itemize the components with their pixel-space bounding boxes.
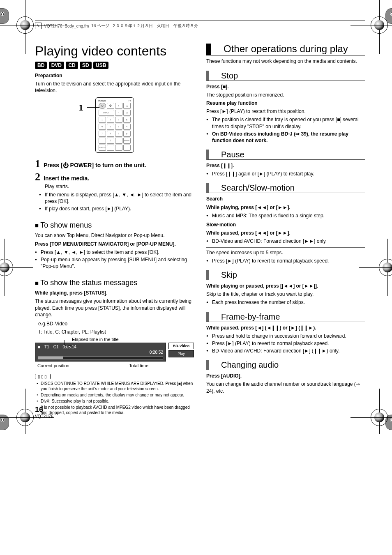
side-play: Play — [168, 350, 194, 357]
speed-text: The speed increases up to 5 steps. — [206, 249, 365, 256]
osd-stop-icon: ■ — [38, 345, 40, 349]
other-operations-intro: These functions may not work depending o… — [206, 58, 365, 64]
step-1: 1 Press [⏻ POWER] to turn on the unit. — [35, 159, 194, 169]
bullet: If play does not start, press [►] (PLAY)… — [45, 205, 194, 212]
frame-heading: Frame-by-frame — [206, 312, 365, 322]
page-title: Playing video contents — [35, 44, 194, 59]
page-number: 16 — [35, 405, 53, 414]
bullet: Press [►] (PLAY) to revert to normal pla… — [212, 258, 365, 264]
step-1-text: Press [⏻ POWER] to turn on the unit. — [44, 162, 146, 168]
stop-heading: Stop — [206, 71, 365, 81]
frame-bullets: Press and hold to change in succession f… — [206, 333, 365, 355]
pause-heading: Pause — [206, 150, 365, 160]
elapsed-callout: Elapsed time in the title — [72, 337, 119, 342]
tag-cd: CD — [66, 62, 78, 69]
pause-press: Press [❙❙]. — [206, 162, 365, 169]
divider — [206, 247, 365, 248]
registration-mark — [371, 409, 388, 426]
status-osd-panel: ■ T1 C1 0:05.14 0:20.52 — [35, 343, 166, 362]
framemaker-header: ✎ VQT2H76~Body_eng.fm 16 ページ ２００９年１２月８日 … — [35, 21, 365, 31]
step-2: 2 Insert the media. — [35, 172, 194, 182]
search-heading: Search/Slow-motion — [206, 183, 365, 193]
current-position-label: Current position — [37, 363, 69, 368]
step-2-number: 2 — [35, 172, 40, 182]
osd-chapter: C1 — [53, 345, 59, 349]
header-page: 16 ページ — [91, 23, 109, 29]
power-icon: ⏻ — [63, 162, 69, 168]
skip-desc: Skip to the title, chapter or track you … — [206, 291, 365, 297]
stop-press: Press [■]. — [206, 83, 365, 90]
status-side-panel: BD-Video Play — [168, 343, 194, 362]
right-column: Other operations during play These funct… — [206, 44, 365, 418]
pause-bullets: Press [❙❙] again or [►] (PLAY) to restar… — [206, 170, 365, 177]
play-starts: Play starts. — [45, 183, 194, 190]
left-column: Playing video contents BD DVD CD SD USB … — [35, 44, 194, 418]
slow-bullets: BD-Video and AVCHD: Forward direction [►… — [206, 238, 365, 244]
osd-title: T1 — [44, 345, 49, 349]
bullet: Pop-up menu also appears by pressing [SU… — [41, 256, 194, 269]
step-2-text: Insert the media. — [44, 175, 89, 182]
binder-mark-bl — [0, 415, 9, 430]
note: DISCS CONTINUE TO ROTATE WHILE MENUS ARE… — [41, 381, 194, 391]
stop-memorized: The stopped position is memorized. — [206, 92, 365, 98]
registration-mark — [371, 16, 388, 34]
status-figure: e.g.BD-Video T: Title, C: Chapter, PL: P… — [35, 320, 194, 368]
frame-press: While paused, press [◄] (◄❙❙) or [►] (❙❙… — [206, 325, 365, 331]
other-operations-heading: Other operations during play — [206, 44, 365, 55]
tag-sd: SD — [80, 62, 92, 69]
bullet: BD-Video and AVCHD: Forward direction [►… — [212, 348, 365, 354]
status-desc: The status messages give you information… — [35, 298, 194, 318]
header-date: ２００９年１２月８日 火曜日 午後８時８分 — [112, 23, 198, 29]
status-heading: To show the status messages — [35, 279, 194, 287]
remote-figure: 1 POWERTV ⏻⏻+∧ INPUT−∨ 123▲ 456▪ 789▾ 0A… — [35, 97, 194, 153]
slow-label: Slow-motion — [206, 221, 365, 228]
bullet: Press [▲, ▼, ◄, ►] to select the item an… — [41, 249, 194, 256]
note: Depending on media and contents, the dis… — [41, 392, 194, 398]
side-bd-video: BD-Video — [168, 343, 194, 349]
doc-icon: ✎ — [35, 23, 42, 29]
registration-mark — [0, 259, 13, 276]
revert-bullets: Press [►] (PLAY) to revert to normal pla… — [206, 258, 365, 264]
status-eg: e.g.BD-Video — [38, 320, 194, 327]
tag-dvd: DVD — [49, 62, 64, 69]
remote-illustration: POWERTV ⏻⏻+∧ INPUT−∨ 123▲ 456▪ 789▾ 0AUD… — [95, 97, 134, 153]
registration-mark — [16, 16, 34, 34]
search-label: Search — [206, 196, 365, 202]
bullet: Music and MP3: The speed is fixed to a s… — [212, 212, 365, 219]
search-press: While playing, press [◄◄] or [►►]. — [206, 204, 365, 211]
skip-bullets: Each press increases the number of skips… — [206, 299, 365, 306]
audio-press: Press [AUDIO]. — [206, 373, 365, 379]
bullet: The position is cleared if the tray is o… — [212, 116, 365, 129]
note: It is not possible to playback AVCHD and… — [41, 405, 194, 415]
menus-intro: You can show Top Menu, Direct Navigator … — [35, 232, 194, 239]
menus-bullets: Press [▲, ▼, ◄, ►] to select the item an… — [35, 249, 194, 270]
after-insert-bullets: If the menu is displayed, press [▲, ▼, ◄… — [35, 191, 194, 212]
bullet: Press [❙❙] again or [►] (PLAY) to restar… — [212, 170, 365, 177]
notes-list: DISCS CONTINUE TO ROTATE WHILE MENUS ARE… — [35, 381, 194, 415]
tag-usb: USB — [93, 62, 108, 69]
note-icon: ▯▯▯ — [35, 374, 51, 379]
remote-callout-number: 1 — [79, 102, 83, 113]
media-tags: BD DVD CD SD USB — [35, 62, 194, 69]
binder-mark-tl — [0, 8, 9, 24]
status-legend: T: Title, C: Chapter, PL: Playlist — [38, 329, 194, 335]
preparation-text: Turn on the television and select the ap… — [35, 81, 194, 94]
bullet: If the menu is displayed, press [▲, ▼, ◄… — [45, 191, 194, 205]
menus-press: Press [TOP MENU/DIRECT NAVIGATOR] or [PO… — [35, 241, 194, 247]
registration-mark — [379, 259, 392, 276]
status-press: While playing, press [STATUS]. — [35, 290, 194, 296]
to-show-menus-heading: To show menus — [35, 221, 194, 230]
header-file: VQT2H76~Body_eng.fm — [44, 24, 89, 28]
resume-text: Press [►] (PLAY) to restart from this po… — [206, 108, 365, 115]
slow-press: While paused, press [◄◄] or [►►]. — [206, 230, 365, 236]
osd-progress-bar — [38, 356, 163, 359]
bullet: On BD-Video discs including BD-J (⇒ 39),… — [212, 131, 365, 144]
skip-heading: Skip — [206, 270, 365, 280]
audio-desc: You can change the audio channel number … — [206, 381, 365, 394]
search-bullets: Music and MP3: The speed is fixed to a s… — [206, 212, 365, 219]
bullet: Each press increases the number of skips… — [212, 299, 365, 306]
step-1-number: 1 — [35, 159, 40, 169]
bullet: Press and hold to change in succession f… — [212, 333, 365, 339]
bullet: Press [►] (PLAY) to revert to normal pla… — [212, 340, 365, 347]
tag-bd: BD — [35, 62, 47, 69]
